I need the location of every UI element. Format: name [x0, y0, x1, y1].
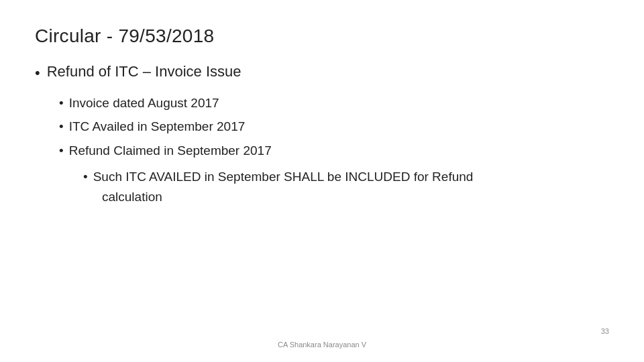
last-bullet-dot: •	[83, 167, 88, 186]
sub-bullets-list: • Invoice dated August 2017 • ITC Availe…	[59, 93, 609, 206]
main-bullet-dot: •	[35, 63, 40, 84]
sub-bullet-text-3: Refund Claimed in September 2017	[69, 141, 272, 160]
sub-bullet-text-1: Invoice dated August 2017	[69, 93, 219, 113]
last-bullet: • Such ITC AVAILED in September SHALL be…	[83, 167, 609, 186]
footer: CA Shankara Narayanan V 33	[0, 341, 644, 349]
slide: Circular - 79/53/2018 • Refund of ITC – …	[0, 0, 644, 362]
main-bullet-text: Refund of ITC – Invoice Issue	[47, 63, 241, 80]
sub-bullet-1: • Invoice dated August 2017	[59, 93, 609, 113]
sub-bullet-2: • ITC Availed in September 2017	[59, 117, 609, 136]
last-bullet-continuation: calculation	[102, 187, 609, 206]
sub-bullet-3: • Refund Claimed in September 2017	[59, 141, 609, 160]
sub-bullet-text-2: ITC Availed in September 2017	[69, 117, 246, 136]
sub-bullet-dot-3: •	[59, 141, 64, 160]
footer-page: 33	[601, 327, 609, 335]
last-bullet-line1: Such ITC AVAILED in September SHALL be I…	[93, 167, 474, 186]
slide-title: Circular - 79/53/2018	[35, 25, 609, 47]
slide-content: • Refund of ITC – Invoice Issue • Invoic…	[35, 63, 609, 206]
last-bullet-group: • Such ITC AVAILED in September SHALL be…	[83, 167, 609, 206]
footer-author: CA Shankara Narayanan V	[278, 341, 366, 349]
sub-bullet-dot-2: •	[59, 117, 64, 136]
sub-bullet-dot-1: •	[59, 93, 64, 113]
main-bullet: • Refund of ITC – Invoice Issue	[35, 63, 609, 84]
